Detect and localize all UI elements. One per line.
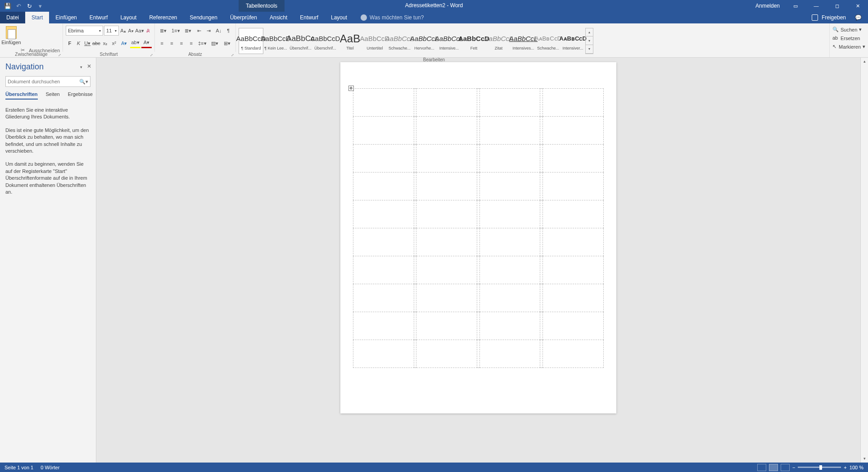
align-right-icon[interactable]: ≡	[177, 38, 186, 48]
style-intense-ref[interactable]: AᴀBʙCᴄDIntensiver...	[561, 28, 585, 54]
tab-ueberpruefen[interactable]: Überprüfen	[224, 12, 263, 23]
bold-button[interactable]: F	[66, 38, 74, 48]
align-center-icon[interactable]: ≡	[167, 38, 176, 48]
style-subtle-emphasis[interactable]: AaBbCcLSchwache...	[387, 28, 412, 54]
underline-button[interactable]: U▾	[83, 38, 91, 48]
font-color-icon[interactable]: A▾	[141, 38, 152, 48]
multilevel-icon[interactable]: ≣▾	[182, 26, 194, 36]
print-layout-icon[interactable]	[769, 464, 778, 471]
nav-close-icon[interactable]: ✕	[87, 63, 91, 69]
redo-icon[interactable]: ↻	[24, 1, 34, 11]
maximize-icon[interactable]: ◻	[827, 0, 847, 12]
tab-table-entwurf[interactable]: Entwurf	[294, 12, 325, 23]
style-quote[interactable]: AaBbCcLZitat	[486, 28, 511, 54]
search-icon[interactable]: 🔍▾	[79, 79, 88, 85]
font-name-select[interactable]: Ebrima▾	[66, 26, 103, 36]
group-styles: AaBbCcD¶ Standard AaBbCcD¶ Kein Lee... A…	[236, 23, 829, 57]
font-size-select[interactable]: 11▾	[104, 26, 119, 36]
style-intense-quote[interactable]: AaBbCcLIntensives...	[511, 28, 536, 54]
label-table[interactable]	[353, 88, 604, 368]
clear-formatting-icon[interactable]: A̷	[145, 26, 152, 36]
minimize-icon[interactable]: —	[806, 0, 827, 12]
tab-einfuegen[interactable]: Einfügen	[49, 12, 83, 23]
zoom-in-icon[interactable]: +	[844, 465, 846, 470]
nav-dropdown-icon[interactable]: ▾	[80, 65, 82, 69]
vertical-scrollbar[interactable]: ▴ ▾	[860, 58, 868, 463]
numbering-icon[interactable]: 1≡▾	[170, 26, 182, 36]
scroll-down-icon[interactable]: ▾	[861, 455, 868, 463]
tab-layout[interactable]: Layout	[114, 12, 143, 23]
nav-tab-headings[interactable]: Überschriften	[5, 91, 38, 100]
sign-in-link[interactable]: Anmelden	[750, 3, 785, 9]
align-left-icon[interactable]: ≡	[158, 38, 167, 48]
highlight-icon[interactable]: ab▾	[130, 38, 140, 48]
show-marks-icon[interactable]: ¶	[224, 26, 233, 36]
tell-me-box[interactable]: Was möchten Sie tun?	[361, 12, 424, 23]
style-heading2[interactable]: AaBbCcDÜberschrif...	[313, 28, 338, 54]
superscript-button[interactable]: x²	[110, 38, 118, 48]
shrink-font-icon[interactable]: A▾	[127, 26, 134, 36]
qat-customize-icon[interactable]: ▾	[35, 1, 45, 11]
scroll-up-icon[interactable]: ▴	[861, 58, 868, 65]
share-button[interactable]: Freigeben 💬	[805, 12, 868, 23]
style-standard[interactable]: AaBbCcD¶ Standard	[239, 28, 263, 54]
subscript-button[interactable]: x₂	[101, 38, 109, 48]
increase-indent-icon[interactable]: ⇥	[204, 26, 213, 36]
italic-button[interactable]: K	[75, 38, 83, 48]
page-indicator[interactable]: Seite 1 von 1	[5, 465, 33, 470]
style-intense-emphasis[interactable]: AaBbCcLIntensive...	[437, 28, 461, 54]
style-title[interactable]: AaBTitel	[338, 28, 362, 54]
nav-search-box[interactable]: 🔍▾	[5, 76, 90, 87]
comments-icon[interactable]: 💬	[855, 14, 862, 21]
ribbon-display-icon[interactable]: ▭	[785, 0, 806, 12]
find-button[interactable]: 🔍Suchen ▾	[832, 25, 865, 34]
style-subtle-ref[interactable]: AᴀBʙCᴄDSchwache...	[536, 28, 561, 54]
group-paragraph: ≣▾ 1≡▾ ≣▾ ⇤ ⇥ A↓ ¶ ≡ ≡ ≡ ≡ ‡≡▾ ▨▾ ⊞▾ Abs…	[155, 23, 236, 52]
text-effects-icon[interactable]: A▾	[119, 38, 129, 48]
nav-search-input[interactable]	[8, 79, 79, 84]
justify-icon[interactable]: ≡	[187, 38, 196, 48]
replace-icon: ab	[832, 35, 839, 41]
style-heading1[interactable]: AaBbCcÜberschrif...	[288, 28, 313, 54]
grow-font-icon[interactable]: A▴	[120, 26, 127, 36]
tab-datei[interactable]: Datei	[0, 12, 25, 23]
style-subtitle[interactable]: AaBbCcDUntertitel	[362, 28, 387, 54]
borders-icon[interactable]: ⊞▾	[222, 38, 233, 48]
tab-start[interactable]: Start	[25, 12, 49, 23]
web-layout-icon[interactable]	[781, 464, 790, 471]
strikethrough-button[interactable]: abc	[92, 38, 100, 48]
nav-tab-results[interactable]: Ergebnisse	[68, 91, 93, 100]
shading-icon[interactable]: ▨▾	[209, 38, 221, 48]
sort-icon[interactable]: A↓	[214, 26, 223, 36]
word-count[interactable]: 0 Wörter	[41, 465, 59, 470]
zoom-out-icon[interactable]: −	[792, 465, 795, 470]
tab-entwurf[interactable]: Entwurf	[83, 12, 114, 23]
nav-tab-pages[interactable]: Seiten	[46, 91, 60, 100]
read-mode-icon[interactable]	[757, 464, 766, 471]
document-canvas[interactable]: ✥	[96, 58, 860, 463]
save-icon[interactable]: 💾	[3, 1, 13, 11]
table-move-handle-icon[interactable]: ✥	[348, 86, 354, 91]
share-icon	[812, 14, 818, 21]
tab-referenzen[interactable]: Referenzen	[143, 12, 183, 23]
paste-button[interactable]: Einfügen	[3, 24, 20, 45]
style-strong[interactable]: AaBbCcDFett	[461, 28, 486, 54]
change-case-icon[interactable]: Aa▾	[135, 26, 144, 36]
bulb-icon	[361, 14, 367, 21]
tab-table-layout[interactable]: Layout	[325, 12, 353, 23]
replace-button[interactable]: abErsetzen	[832, 34, 865, 42]
bullets-icon[interactable]: ≣▾	[158, 26, 169, 36]
tab-ansicht[interactable]: Ansicht	[263, 12, 294, 23]
zoom-level[interactable]: 100 %	[850, 465, 863, 470]
undo-icon[interactable]: ↶	[14, 1, 23, 11]
style-no-spacing[interactable]: AaBbCcD¶ Kein Lee...	[263, 28, 288, 54]
line-spacing-icon[interactable]: ‡≡▾	[197, 38, 208, 48]
tab-sendungen[interactable]: Sendungen	[184, 12, 224, 23]
zoom-slider[interactable]	[798, 467, 841, 468]
close-icon[interactable]: ✕	[847, 0, 868, 12]
style-emphasis[interactable]: AaBbCcLHervorhe...	[412, 28, 437, 54]
decrease-indent-icon[interactable]: ⇤	[195, 26, 204, 36]
select-button[interactable]: ↖Markieren ▾	[832, 42, 865, 51]
paste-icon	[6, 26, 17, 39]
styles-gallery-spinner[interactable]: ▴▾▾	[585, 28, 593, 54]
